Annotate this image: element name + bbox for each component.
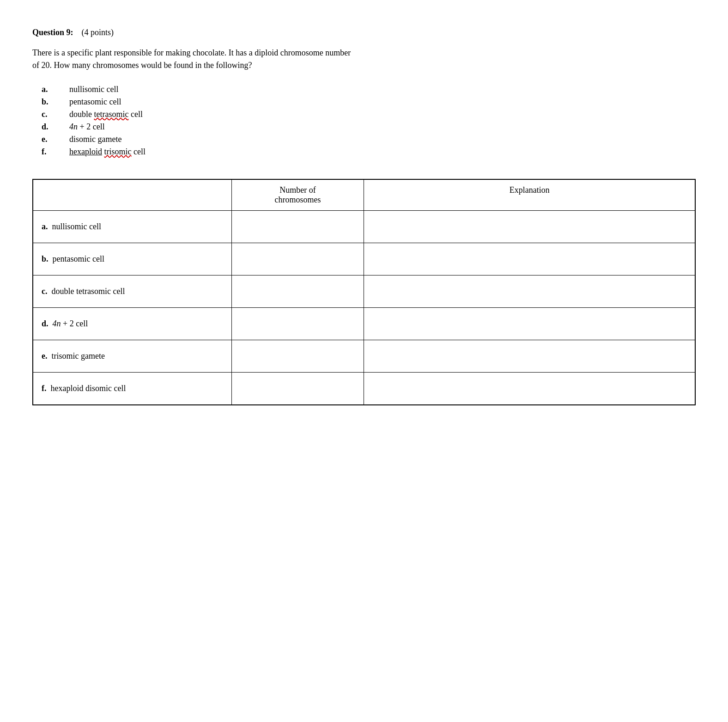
option-b-letter: b. xyxy=(42,97,69,107)
option-d-text: 4n + 2 cell xyxy=(69,122,105,132)
option-d: d. 4n + 2 cell xyxy=(42,122,696,132)
row-c-label: c. double tetrasomic cell xyxy=(33,275,231,308)
question-points: (4 points) xyxy=(82,28,114,37)
table-row-a: a. nullisomic cell xyxy=(33,211,695,243)
row-b-explanation xyxy=(364,243,695,275)
option-a: a. nullisomic cell xyxy=(42,85,696,94)
row-f-chromosomes xyxy=(231,373,364,405)
table-row-b: b. pentasomic cell xyxy=(33,243,695,275)
row-a-explanation xyxy=(364,211,695,243)
row-c-chromosomes xyxy=(231,275,364,308)
question-text-line1: There is a specific plant responsible fo… xyxy=(32,48,351,57)
row-d-label: d. 4n + 2 cell xyxy=(33,308,231,340)
option-b: b. pentasomic cell xyxy=(42,97,696,107)
option-b-text: pentasomic cell xyxy=(69,97,121,107)
row-f-explanation xyxy=(364,373,695,405)
row-a-chromosomes xyxy=(231,211,364,243)
option-e-letter: e. xyxy=(42,135,69,144)
question-text: There is a specific plant responsible fo… xyxy=(32,47,696,72)
row-c-explanation xyxy=(364,275,695,308)
col-header-explanation: Explanation xyxy=(364,179,695,211)
question-text-line2: of 20. How many chromosomes would be fou… xyxy=(32,61,252,70)
col-header-item xyxy=(33,179,231,211)
col-header-chromosomes: Number ofchromosomes xyxy=(231,179,364,211)
question-header: Question 9: (4 points) xyxy=(32,28,696,37)
row-d-explanation xyxy=(364,308,695,340)
row-f-label: f. hexaploid disomic cell xyxy=(33,373,231,405)
option-c-text: double tetrasomic cell xyxy=(69,110,143,119)
option-d-letter: d. xyxy=(42,122,69,132)
answer-table: Number ofchromosomes Explanation a. null… xyxy=(32,179,696,405)
row-d-chromosomes xyxy=(231,308,364,340)
option-c-letter: c. xyxy=(42,110,69,119)
row-a-label: a. nullisomic cell xyxy=(33,211,231,243)
option-a-letter: a. xyxy=(42,85,69,94)
option-f: f. hexaploid trisomic cell xyxy=(42,147,696,157)
row-e-explanation xyxy=(364,340,695,373)
table-row-c: c. double tetrasomic cell xyxy=(33,275,695,308)
option-f-text: hexaploid trisomic cell xyxy=(69,147,146,157)
option-c: c. double tetrasomic cell xyxy=(42,110,696,119)
option-f-letter: f. xyxy=(42,147,69,157)
row-b-label: b. pentasomic cell xyxy=(33,243,231,275)
option-a-text: nullisomic cell xyxy=(69,85,118,94)
option-e: e. disomic gamete xyxy=(42,135,696,144)
table-row-f: f. hexaploid disomic cell xyxy=(33,373,695,405)
row-b-chromosomes xyxy=(231,243,364,275)
question-container: Question 9: (4 points) There is a specif… xyxy=(32,28,696,405)
row-e-label: e. trisomic gamete xyxy=(33,340,231,373)
row-e-chromosomes xyxy=(231,340,364,373)
option-e-text: disomic gamete xyxy=(69,135,121,144)
question-label: Question 9: xyxy=(32,28,73,37)
table-container: Number ofchromosomes Explanation a. null… xyxy=(32,179,696,405)
table-row-e: e. trisomic gamete xyxy=(33,340,695,373)
table-row-d: d. 4n + 2 cell xyxy=(33,308,695,340)
options-list: a. nullisomic cell b. pentasomic cell c.… xyxy=(42,85,696,157)
